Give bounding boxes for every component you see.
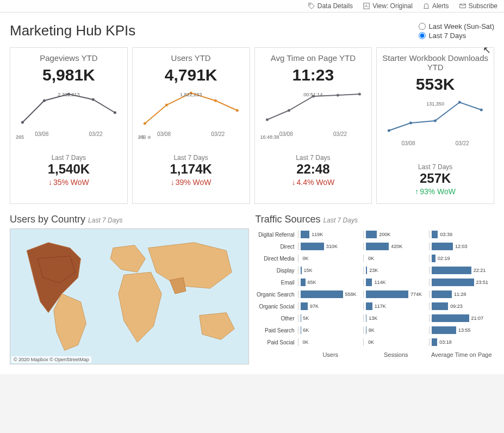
traffic-row-label: Direct Media: [256, 256, 298, 262]
world-map[interactable]: © 2020 Mapbox © OpenStreetMap: [10, 228, 249, 364]
svg-point-7: [114, 112, 116, 114]
kpi-sub-value: 257K: [381, 171, 489, 186]
col-avg-time: Average Time on Page: [429, 350, 495, 359]
arrow-down-icon: ↓: [171, 178, 175, 187]
users-by-country-title: Users by Country Last 7 Days: [10, 214, 249, 225]
traffic-row-label: Email: [256, 280, 298, 286]
svg-point-18: [388, 129, 390, 132]
arrow-down-icon: ↓: [48, 178, 52, 187]
subscribe-button[interactable]: Subscribe: [459, 2, 497, 10]
alerts-label: Alerts: [432, 2, 449, 10]
bar-sessions: 13K: [363, 314, 429, 322]
kpi-delta: ↓4.4% WoW: [259, 178, 368, 187]
kpi-value: 553K: [381, 75, 489, 94]
bar-users: 119K: [298, 231, 364, 238]
radio-last-week-label: Last Week (Sun-Sat): [429, 22, 494, 30]
traffic-row[interactable]: Organic Social 97K 117K 09:23: [256, 300, 495, 312]
traffic-sources-panel: Traffic Sources Last 7 Days Digital Refe…: [256, 214, 495, 364]
spark-start-label: 16:48:38: [260, 134, 279, 140]
top-toolbar: Data Details View: Original Alerts Subsc…: [0, 0, 504, 13]
bar-time: 21:07: [429, 314, 495, 322]
svg-point-4: [43, 100, 46, 102]
kpi-card[interactable]: Starter Workbook Downloads YTD 553K 131,…: [376, 47, 494, 204]
panel-title-text: Users by Country: [10, 214, 85, 225]
bar-users: 15K: [298, 267, 364, 274]
map-svg: [10, 229, 248, 364]
kpi-sparkline: 2,239,313 265 03/0803/22: [15, 90, 123, 150]
traffic-row-label: Display: [256, 268, 298, 274]
subscribe-label: Subscribe: [469, 2, 497, 10]
bar-sessions: 0K: [363, 255, 429, 262]
kpi-title: Pageviews YTD: [15, 53, 123, 63]
panel-subtitle: Last 7 Days: [323, 216, 358, 224]
bar-time: 11:28: [429, 290, 495, 298]
kpi-sub-label: Last 7 Days: [15, 154, 123, 162]
svg-point-16: [336, 94, 339, 97]
radio-last-week[interactable]: [419, 23, 426, 30]
traffic-row[interactable]: Direct 310K 420K 12:03: [256, 240, 495, 252]
kpi-card[interactable]: Users YTD 4,791K 1,822,233 28 ▫ ⊞ ⊕ 03/0…: [132, 47, 250, 204]
bar-time: 23:51: [429, 279, 495, 286]
bar-users: 310K: [298, 243, 364, 250]
arrow-down-icon: ↓: [291, 178, 295, 187]
traffic-row[interactable]: Direct Media 0K 0K 02:19: [256, 252, 495, 264]
spark-peak-label: 1,822,233: [180, 92, 202, 97]
radio-last-7[interactable]: [419, 32, 426, 39]
traffic-row[interactable]: Organic Search 558K 774K 11:28: [256, 288, 495, 300]
svg-point-12: [236, 109, 239, 112]
bar-users: 65K: [298, 279, 364, 286]
kpi-card[interactable]: Pageviews YTD 5,981K 2,239,313 265 03/08…: [10, 47, 128, 204]
map-attribution: © 2020 Mapbox © OpenStreetMap: [11, 356, 91, 363]
bar-time: 22:21: [429, 267, 495, 274]
view-label: View: Original: [372, 2, 413, 10]
bar-users: 0K: [298, 255, 364, 262]
svg-point-13: [265, 119, 268, 121]
svg-point-9: [165, 104, 168, 107]
bar-sessions: 774K: [363, 290, 429, 298]
svg-point-19: [409, 122, 412, 125]
kpi-value: 5,981K: [15, 66, 123, 84]
view-button[interactable]: View: Original: [363, 2, 413, 10]
panel-subtitle: Last 7 Days: [88, 216, 122, 224]
panel-title-text: Traffic Sources: [256, 214, 321, 225]
svg-point-21: [458, 101, 461, 104]
kpi-sparkline: 131,350 03/0803/22: [381, 99, 489, 159]
traffic-row-label: Digital Referral: [256, 232, 298, 238]
date-option-last-week[interactable]: Last Week (Sun-Sat): [419, 22, 494, 30]
traffic-row-label: Organic Social: [256, 304, 298, 310]
kpi-card[interactable]: Avg Time on Page YTD 11:23 00:51:14 16:4…: [254, 47, 372, 204]
bar-sessions: 114K: [363, 279, 429, 286]
svg-point-14: [287, 109, 290, 112]
bar-sessions: 0K: [363, 338, 429, 346]
spark-axis: 03/0803/22: [381, 140, 489, 146]
traffic-grid: Digital Referral 119K 200K 03:39 Direct …: [256, 228, 495, 348]
traffic-row[interactable]: Display 15K 23K 22:21: [256, 264, 495, 276]
spark-peak-label: 131,350: [426, 101, 444, 107]
traffic-row[interactable]: Email 65K 114K 23:51: [256, 276, 495, 288]
data-details-label: Data Details: [318, 2, 353, 10]
col-sessions: Sessions: [363, 350, 429, 359]
traffic-row[interactable]: Other 5K 13K 21:07: [256, 312, 495, 324]
kpi-sub-value: 1,540K: [15, 162, 123, 177]
bar-time: 03:18: [429, 338, 495, 346]
traffic-row-label: Direct: [256, 244, 298, 250]
kpi-value: 11:23: [259, 66, 368, 84]
bar-sessions: 8K: [363, 326, 429, 334]
zoom-controls[interactable]: ▫ ⊞ ⊕: [139, 134, 152, 140]
data-details-button[interactable]: Data Details: [308, 2, 353, 10]
date-option-last-7[interactable]: Last 7 Days: [419, 32, 494, 40]
date-filter: Last Week (Sun-Sat) Last 7 Days: [419, 22, 494, 41]
bar-sessions: 200K: [363, 231, 429, 238]
chart-icon: [363, 2, 370, 10]
traffic-row[interactable]: Digital Referral 119K 200K 03:39: [256, 228, 495, 240]
col-users: Users: [298, 350, 364, 359]
bar-time: 02:19: [429, 255, 495, 262]
traffic-row[interactable]: Paid Search 6K 8K 13:55: [256, 324, 495, 336]
alerts-button[interactable]: Alerts: [422, 2, 449, 10]
kpi-value: 4,791K: [137, 66, 245, 84]
bar-time: 09:23: [429, 302, 495, 310]
bar-time: 12:03: [429, 243, 495, 250]
traffic-row[interactable]: Paid Social 0K 0K 03:18: [256, 336, 495, 348]
bar-sessions: 117K: [363, 302, 429, 310]
svg-point-20: [434, 120, 437, 122]
